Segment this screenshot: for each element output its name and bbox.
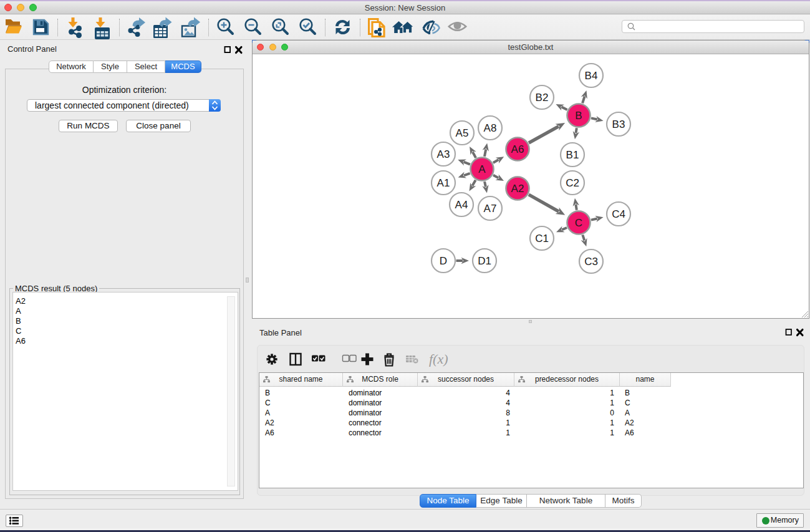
svg-text:B: B bbox=[575, 110, 582, 122]
svg-text:f(x): f(x) bbox=[429, 351, 448, 367]
svg-text:D1: D1 bbox=[478, 255, 491, 267]
svg-text:A: A bbox=[478, 163, 486, 175]
svg-text:C: C bbox=[575, 217, 582, 229]
svg-text:A2: A2 bbox=[511, 183, 524, 195]
svg-text:D: D bbox=[440, 255, 447, 267]
svg-text:A8: A8 bbox=[484, 122, 497, 134]
svg-text:C1: C1 bbox=[535, 233, 549, 244]
svg-text:C3: C3 bbox=[584, 256, 598, 268]
svg-text:A5: A5 bbox=[456, 127, 469, 139]
svg-text:B3: B3 bbox=[612, 118, 625, 130]
svg-text:B1: B1 bbox=[566, 149, 579, 161]
svg-text:A4: A4 bbox=[455, 199, 468, 211]
svg-text:A3: A3 bbox=[437, 148, 450, 160]
svg-text:A7: A7 bbox=[484, 203, 497, 215]
svg-text:A1: A1 bbox=[437, 177, 450, 189]
svg-text:C2: C2 bbox=[566, 177, 579, 189]
svg-text:C4: C4 bbox=[612, 208, 625, 220]
svg-text:A6: A6 bbox=[511, 143, 524, 155]
svg-text:B4: B4 bbox=[585, 70, 598, 82]
svg-text:B2: B2 bbox=[536, 92, 549, 104]
